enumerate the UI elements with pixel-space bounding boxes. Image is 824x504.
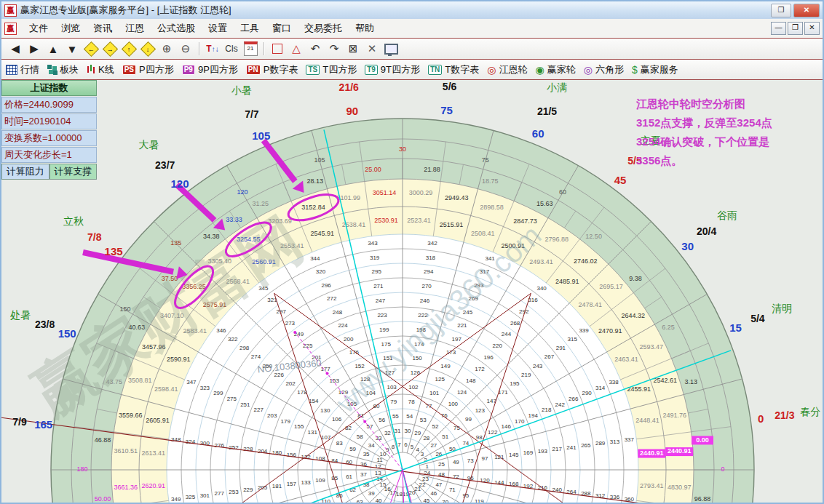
- maximize-button[interactable]: ❐: [771, 4, 791, 17]
- zoom-out-icon[interactable]: ⊖: [177, 41, 194, 57]
- calc-resistance-button[interactable]: 计算阻力: [1, 164, 49, 180]
- calendar-icon[interactable]: 21: [242, 41, 259, 57]
- t9-square-button[interactable]: T99T四方形: [365, 63, 420, 76]
- svg-text:323: 323: [200, 385, 210, 391]
- boxed-x-icon[interactable]: ⊠: [344, 41, 362, 57]
- winner-wheel-button-icon: ◉: [536, 65, 544, 75]
- t9-square-button-icon: T9: [365, 65, 378, 75]
- svg-text:289: 289: [595, 440, 606, 447]
- svg-text:133: 133: [301, 479, 311, 486]
- price-axis-icon[interactable]: T↑↓: [204, 41, 221, 57]
- svg-text:4830.97: 4830.97: [667, 484, 692, 491]
- mdi-close-button[interactable]: ✕: [804, 22, 820, 35]
- collapse-icon[interactable]: ✕: [363, 41, 381, 57]
- analysis-note: 江恩轮中轮时空分析图3152点支撑，反弹至3254点3254确认突破，下个位置是…: [636, 95, 823, 170]
- t-table-button[interactable]: TNT数字表: [428, 63, 479, 76]
- menu-item-资讯[interactable]: 资讯: [87, 20, 119, 36]
- svg-text:97: 97: [482, 455, 488, 462]
- menu-item-公式选股[interactable]: 公式选股: [151, 20, 202, 36]
- svg-text:3: 3: [421, 451, 424, 457]
- triangle-tool-icon[interactable]: △: [288, 41, 305, 57]
- square-tool-icon[interactable]: [269, 41, 286, 57]
- gann-wheel-button[interactable]: ◎江恩轮: [487, 63, 527, 76]
- p9-square-button[interactable]: P99P四方形: [182, 63, 238, 76]
- toolbar-separator: [199, 42, 199, 55]
- svg-text:202: 202: [285, 380, 296, 387]
- nav-down-icon[interactable]: ▼: [63, 41, 81, 57]
- svg-text:218: 218: [542, 407, 552, 413]
- arrow-glyph: ↑: [127, 45, 131, 52]
- svg-text:6: 6: [404, 441, 408, 448]
- svg-text:2515.91: 2515.91: [440, 221, 464, 228]
- svg-text:71: 71: [449, 487, 456, 493]
- svg-text:28: 28: [423, 435, 429, 441]
- svg-text:40: 40: [376, 497, 382, 503]
- svg-text:52: 52: [432, 423, 439, 430]
- menu-item-文件[interactable]: 文件: [23, 20, 55, 36]
- nav-up-icon[interactable]: ▲: [44, 41, 62, 57]
- step-down-icon[interactable]: ↓: [139, 41, 157, 57]
- arrow-glyph: →: [107, 45, 114, 52]
- menu-item-交易委托[interactable]: 交易委托: [298, 20, 349, 36]
- nav-left-icon[interactable]: ◀: [7, 41, 24, 57]
- svg-text:314: 314: [595, 385, 606, 391]
- screen-icon[interactable]: [382, 41, 400, 57]
- svg-text:242: 242: [555, 401, 566, 408]
- svg-text:32: 32: [384, 430, 391, 436]
- svg-text:253: 253: [229, 489, 239, 495]
- svg-text:179: 179: [281, 418, 291, 425]
- menu-item-江恩[interactable]: 江恩: [119, 20, 151, 36]
- close-button[interactable]: ✕: [793, 4, 820, 17]
- svg-text:2545.91: 2545.91: [310, 230, 334, 237]
- svg-text:296: 296: [321, 282, 331, 289]
- svg-text:223: 223: [377, 312, 387, 319]
- winner-service-button-label: 赢家服务: [641, 63, 678, 76]
- nav-right-icon[interactable]: ▶: [25, 41, 43, 57]
- menu-item-帮助[interactable]: 帮助: [349, 20, 381, 36]
- menu-item-设置[interactable]: 设置: [202, 20, 234, 36]
- svg-text:295: 295: [372, 268, 382, 275]
- quotes-button[interactable]: 行情: [6, 63, 39, 76]
- cls-button[interactable]: Cls: [223, 41, 240, 57]
- sectors-button[interactable]: 板块: [47, 63, 79, 76]
- zoom-in-icon[interactable]: ⊕: [158, 41, 175, 57]
- mdi-minimize-button[interactable]: —: [771, 22, 786, 35]
- arrow-glyph: ←: [88, 45, 95, 52]
- svg-text:301: 301: [200, 492, 210, 499]
- p-table-button[interactable]: PNP数字表: [246, 63, 298, 76]
- square-tool-icon: [272, 44, 282, 54]
- menu-item-窗口[interactable]: 窗口: [266, 20, 298, 36]
- svg-text:23: 23: [422, 476, 429, 482]
- menu-items: 文件浏览资讯江恩公式选股设置工具窗口交易委托帮助: [23, 20, 381, 36]
- step-right-icon[interactable]: →: [101, 41, 119, 57]
- step-right-icon: →: [102, 41, 117, 56]
- step-left-icon[interactable]: ←: [82, 41, 100, 57]
- svg-text:46.88: 46.88: [95, 436, 111, 444]
- svg-text:7/9: 7/9: [12, 416, 27, 428]
- svg-text:325: 325: [186, 494, 196, 500]
- rotate-ccw-icon[interactable]: ↶: [306, 41, 324, 57]
- svg-text:297: 297: [277, 308, 287, 315]
- svg-text:165: 165: [34, 418, 52, 431]
- winner-wheel-button[interactable]: ◉赢家轮: [536, 63, 576, 76]
- svg-text:25: 25: [438, 461, 445, 468]
- menu-item-浏览[interactable]: 浏览: [55, 20, 87, 36]
- calc-support-button[interactable]: 计算支撑: [49, 164, 98, 180]
- winner-service-button[interactable]: $赢家服务: [632, 63, 678, 76]
- t-square-button[interactable]: TST四方形: [306, 63, 357, 76]
- mdi-restore-button[interactable]: ❐: [788, 22, 803, 35]
- hexagon-button[interactable]: ◎六角形: [584, 63, 624, 76]
- p-square-button[interactable]: PSP四方形: [122, 63, 174, 76]
- svg-text:337: 337: [625, 436, 635, 443]
- menu-item-工具[interactable]: 工具: [234, 20, 266, 36]
- svg-text:107: 107: [321, 434, 331, 441]
- rotate-cw-icon[interactable]: ↷: [325, 41, 343, 57]
- svg-text:313: 313: [610, 439, 620, 445]
- svg-text:324: 324: [186, 439, 196, 445]
- step-up-icon[interactable]: ↑: [120, 41, 138, 57]
- svg-text:346: 346: [216, 327, 226, 334]
- svg-text:2493.41: 2493.41: [529, 258, 553, 265]
- svg-text:122: 122: [488, 429, 498, 436]
- svg-text:199: 199: [379, 327, 389, 333]
- kline-button[interactable]: K线: [87, 63, 114, 76]
